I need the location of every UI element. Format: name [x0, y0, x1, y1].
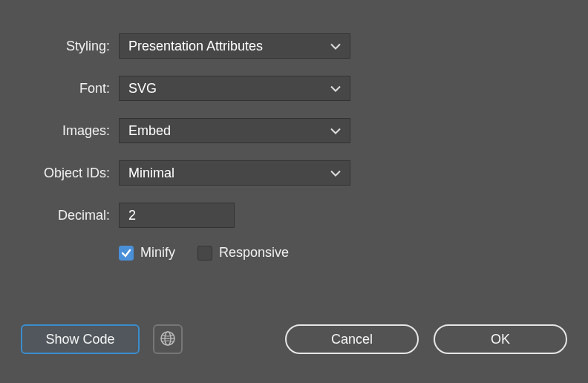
- web-preview-button[interactable]: [153, 324, 183, 354]
- svg-export-options-form: Styling: Presentation Attributes Font: S…: [0, 0, 588, 261]
- row-styling: Styling: Presentation Attributes: [0, 33, 588, 59]
- row-images: Images: Embed: [0, 118, 588, 143]
- select-font-value: SVG: [128, 81, 157, 96]
- row-object-ids: Object IDs: Minimal: [0, 160, 588, 186]
- label-images: Images:: [0, 123, 119, 139]
- select-object-ids[interactable]: Minimal: [119, 160, 350, 186]
- label-decimal: Decimal:: [0, 208, 119, 223]
- chevron-down-icon: [330, 81, 341, 96]
- row-decimal: Decimal:: [0, 203, 588, 228]
- label-object-ids: Object IDs:: [0, 166, 119, 181]
- select-styling-value: Presentation Attributes: [128, 39, 263, 54]
- checkbox-minify[interactable]: Minify: [119, 245, 175, 261]
- chevron-down-icon: [330, 123, 341, 139]
- select-font[interactable]: SVG: [119, 76, 350, 101]
- select-images-value: Embed: [128, 123, 171, 139]
- chevron-down-icon: [330, 39, 341, 54]
- row-font: Font: SVG: [0, 76, 588, 101]
- label-styling: Styling:: [0, 39, 119, 54]
- checkbox-responsive-label: Responsive: [219, 245, 289, 261]
- ok-button[interactable]: OK: [434, 324, 567, 354]
- chevron-down-icon: [330, 166, 341, 181]
- checkbox-minify-label: Minify: [140, 245, 175, 261]
- select-object-ids-value: Minimal: [128, 166, 174, 181]
- cancel-button[interactable]: Cancel: [285, 324, 419, 354]
- select-images[interactable]: Embed: [119, 118, 350, 143]
- checkbox-minify-box: [119, 246, 134, 261]
- checkbox-row: Minify Responsive: [119, 245, 588, 261]
- select-styling[interactable]: Presentation Attributes: [119, 33, 350, 59]
- dialog-footer: Show Code Cancel OK: [0, 313, 588, 383]
- checkbox-responsive[interactable]: Responsive: [197, 245, 289, 261]
- checkbox-responsive-box: [197, 246, 212, 261]
- show-code-button[interactable]: Show Code: [21, 324, 140, 354]
- label-font: Font:: [0, 81, 119, 96]
- globe-icon: [160, 330, 176, 349]
- input-decimal[interactable]: [119, 203, 235, 228]
